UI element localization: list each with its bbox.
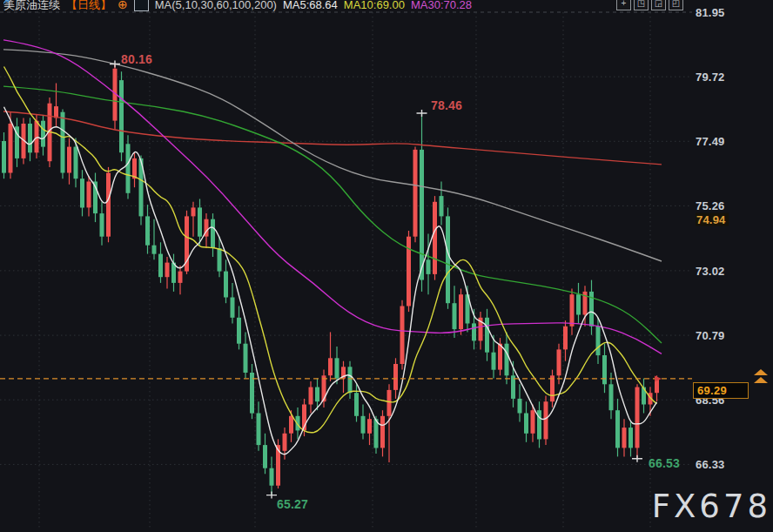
axis-price-label: 75.26 <box>696 199 725 212</box>
period-label[interactable]: 【日线】 <box>66 0 111 13</box>
axis-price-label: 81.95 <box>696 6 725 19</box>
swing-price-label: 80.16 <box>121 52 152 66</box>
watermark-logo: FX678 <box>652 488 771 525</box>
prev-settlement-label: 74.94 <box>696 213 729 226</box>
swing-cross-marker <box>266 492 277 499</box>
swing-cross-marker <box>632 455 642 462</box>
double-up-triangle-icon <box>754 369 768 375</box>
chart-header: 美原油连续 【日线】 ⊕ MA(5,10,30,60,100,200) MA5:… <box>3 0 472 12</box>
axis-price-label: 73.02 <box>696 264 725 277</box>
screenshot-icon[interactable]: ◰ <box>669 0 683 10</box>
mini-chart-icon[interactable] <box>134 0 149 11</box>
swing-price-label: 66.53 <box>649 456 680 470</box>
axis-price-label: 77.49 <box>696 135 725 148</box>
candlestick-chart[interactable] <box>0 0 773 532</box>
globe-icon[interactable]: ⊕ <box>118 0 128 10</box>
ma10-value: MA10:69.00 <box>344 0 405 11</box>
mini-chart-glyph <box>3 0 13 4</box>
swing-price-label: 65.27 <box>277 497 308 511</box>
chart-toolbar: +◳◲◰ <box>616 0 683 10</box>
swing-price-label: 78.46 <box>431 98 462 112</box>
swing-cross-marker <box>417 110 427 117</box>
ma5-value: MA5:68.64 <box>283 0 338 11</box>
axis-price-label: 79.72 <box>696 71 725 84</box>
double-up-triangle-icon <box>754 377 768 383</box>
alert-price-label[interactable]: 69.29 <box>693 382 749 399</box>
swing-cross-marker <box>110 61 120 68</box>
ma-settings-label[interactable]: MA(5,10,30,60,100,200) <box>155 0 277 11</box>
ma30-value: MA30:70.28 <box>411 0 472 11</box>
zoom-box-icon[interactable]: ◳ <box>634 0 649 10</box>
measure-icon[interactable]: ◲ <box>651 0 666 10</box>
axis-price-label: 66.33 <box>696 458 725 471</box>
axis-price-label: 70.79 <box>696 329 725 342</box>
pan-icon[interactable]: + <box>616 0 631 10</box>
chart-app: 美原油连续 【日线】 ⊕ MA(5,10,30,60,100,200) MA5:… <box>0 0 773 532</box>
